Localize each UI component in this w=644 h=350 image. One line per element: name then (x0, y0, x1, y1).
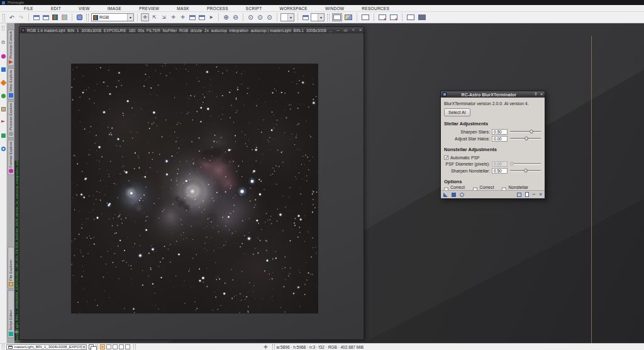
zoom-level-combo[interactable]: ▾ (280, 13, 294, 21)
close-window-button[interactable]: × (359, 27, 362, 33)
menu-resources[interactable]: RESOURCES (353, 6, 398, 11)
sharpen-nonstellar-slider[interactable] (510, 168, 541, 174)
slider-handle[interactable] (525, 137, 528, 140)
toolbar-grip[interactable] (3, 14, 5, 21)
next-view-button[interactable] (197, 13, 206, 21)
screen-mode-background-button[interactable] (343, 13, 353, 21)
menu-preview[interactable]: PREVIEW (130, 6, 168, 11)
green-process-icon[interactable] (1, 94, 6, 98)
toolbar-grip[interactable] (327, 14, 330, 21)
save-image-as-button[interactable] (60, 13, 69, 21)
menu-image[interactable]: IMAGE (99, 6, 130, 11)
menu-file[interactable]: FILE (15, 6, 42, 11)
zoom-in-button[interactable]: ⊕ (222, 13, 230, 21)
duplicate-view-icon[interactable] (89, 344, 94, 349)
save-image-button[interactable] (51, 13, 59, 21)
automatic-psf-checkbox[interactable] (444, 155, 448, 160)
tan-cube-icon[interactable] (1, 107, 6, 111)
menu-workspace[interactable]: WORKSPACE (270, 6, 316, 11)
workspace-swatch[interactable] (113, 344, 118, 349)
workspace-swatch[interactable] (119, 344, 124, 349)
realtime-preview-button[interactable] (460, 193, 464, 197)
apply-button[interactable] (452, 193, 456, 197)
psf-diameter-slider[interactable] (510, 161, 541, 167)
menu-script[interactable]: SCRIPT (237, 6, 271, 11)
dialog-titlebar[interactable]: RC-Astro BlurXTerminator Ŧ × (441, 91, 545, 98)
menu-mask[interactable]: MASK (168, 6, 198, 11)
image-window-titlebar[interactable]: RGB 1:4 masterLight_BIN_1_3008x3008_EXPO… (19, 27, 364, 33)
workspace-swatch-active[interactable] (100, 344, 105, 349)
new-image-button[interactable] (32, 13, 40, 21)
reset-button[interactable]: × (539, 192, 542, 197)
channel-selector-combo[interactable]: RGB ▾ (91, 13, 134, 21)
view-mode-button[interactable] (301, 13, 309, 21)
zoom-1-1-button[interactable]: ⊙ (247, 13, 255, 21)
zoom-to-fit-button[interactable]: ⇱ (150, 13, 158, 21)
blurxterminator-dialog[interactable]: RC-Astro BlurXTerminator Ŧ × BlurXTermin… (440, 91, 545, 199)
center-view-button[interactable]: ✛ (179, 13, 187, 21)
chevron-down-icon[interactable]: ▾ (287, 14, 294, 21)
select-ai-button[interactable]: Select AI (444, 108, 470, 116)
iconize-button[interactable]: – (336, 27, 339, 33)
red-flag-icon[interactable] (1, 120, 6, 125)
menu-view[interactable]: VIEW (70, 6, 99, 11)
sharpen-stars-slider[interactable] (510, 129, 541, 135)
documentation-button[interactable] (525, 192, 529, 197)
chevron-down-icon[interactable]: ▾ (81, 345, 86, 349)
close-icon[interactable]: × (540, 91, 543, 98)
adjust-star-halos-input[interactable]: 0.00 (492, 136, 508, 142)
sharpen-nonstellar-input[interactable]: 0.50 (492, 168, 508, 174)
screen-mode-plain-button[interactable] (406, 13, 416, 21)
chevron-down-icon[interactable]: ▾ (318, 14, 324, 21)
toolbar-grip[interactable] (86, 14, 89, 21)
adjust-star-halos-slider[interactable] (510, 136, 541, 142)
optimal-fit-button[interactable]: ⊙ (265, 13, 274, 21)
gear-icon[interactable]: ⚙ (1, 40, 6, 45)
blue-target-icon[interactable] (1, 147, 6, 151)
tab-file-explorer[interactable]: File Explorer (8, 247, 14, 288)
slider-handle[interactable] (530, 130, 533, 133)
view-selector-combo[interactable]: masterLight_BIN_1_3008x3008_EXPOS ▾ (6, 344, 87, 350)
preferences-wrench-icon[interactable]: ⌐ (533, 192, 536, 197)
zoom-to-optimal-button[interactable]: ⇲ (160, 13, 168, 21)
zoom-out-button[interactable]: ⊖ (231, 13, 240, 21)
statusbar-grip[interactable] (133, 344, 136, 349)
pan-mode-button[interactable]: ✛ (169, 13, 177, 21)
screen-mode-invert-button[interactable] (377, 13, 387, 21)
redo-button[interactable]: ↷ (17, 13, 25, 21)
screen-mode-gray-button[interactable] (360, 13, 370, 21)
menu-edit[interactable]: EDIT (42, 6, 70, 11)
screen-mode-disable-button[interactable] (389, 13, 399, 21)
tab-process-console[interactable]: Process Console (8, 30, 14, 66)
readout-mode-button[interactable]: ✛ (141, 13, 149, 21)
tab-format-explorer[interactable]: Format Explorer (8, 140, 14, 175)
tab-process-explorer[interactable]: Process Explorer (8, 101, 14, 138)
orange-process-icon[interactable] (0, 80, 6, 86)
sharpen-stars-input[interactable]: 0.50 (492, 129, 508, 135)
nebula-image[interactable] (71, 64, 318, 313)
image-window[interactable]: RGB 1:4 masterLight_BIN_1_3008x3008_EXPO… (19, 26, 364, 340)
statusbar-grip[interactable] (2, 344, 4, 349)
menu-process[interactable]: PROCESS (198, 6, 237, 11)
workspace-swatch[interactable] (125, 344, 130, 349)
duplicate-image-button[interactable] (42, 13, 50, 21)
blue-process-icon[interactable] (1, 67, 6, 72)
previous-view-button[interactable] (188, 13, 196, 21)
undo-button[interactable]: ↶ (8, 13, 16, 21)
chevron-down-icon[interactable]: ▾ (127, 14, 133, 21)
menu-window[interactable]: WINDOW (316, 6, 353, 11)
fit-view-button[interactable]: ⊙ (256, 13, 264, 21)
track-view-button[interactable] (517, 193, 521, 197)
slider-handle[interactable] (524, 169, 528, 172)
slider-handle[interactable] (510, 162, 514, 166)
screen-mode-dark-button[interactable] (417, 13, 427, 21)
tab-script-editor[interactable]: Script Editor (8, 290, 14, 338)
statusbar-grip[interactable] (272, 344, 275, 349)
new-instance-button[interactable] (443, 193, 448, 197)
green-book-icon[interactable] (1, 133, 6, 138)
psf-diameter-input[interactable]: 0.00 (492, 161, 508, 167)
workspace-swatch[interactable] (106, 344, 111, 349)
workspace-combo[interactable]: ▾ (311, 13, 325, 21)
shade-button[interactable]: ▭ (343, 27, 348, 33)
zoom-window-button[interactable]: + (352, 27, 355, 33)
